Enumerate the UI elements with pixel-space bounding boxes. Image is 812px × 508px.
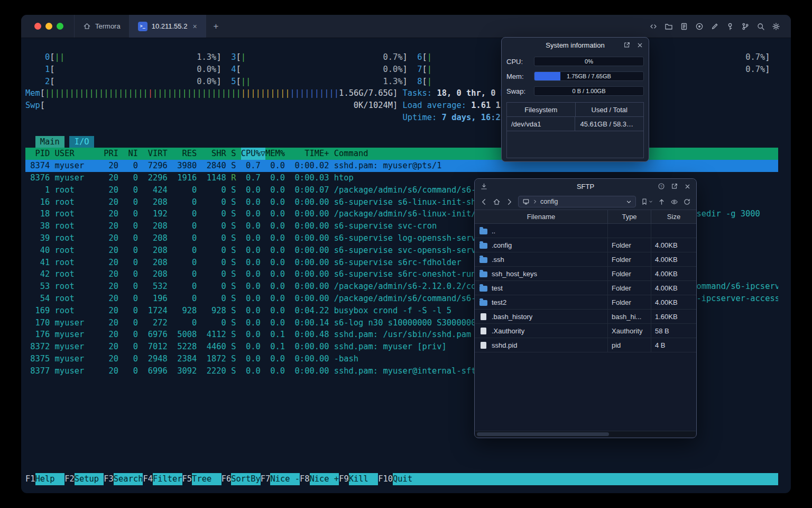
- bookmark-icon: [641, 198, 648, 205]
- close-icon[interactable]: [684, 183, 691, 190]
- column-size: Size: [651, 210, 696, 223]
- function-key-button[interactable]: F2Setup: [64, 473, 104, 485]
- horizontal-scrollbar[interactable]: [475, 431, 696, 437]
- file-row[interactable]: .config Folder 4.00KB: [475, 238, 696, 252]
- filesystem-name: /dev/vda1: [507, 117, 575, 131]
- open-in-new-window-icon[interactable]: [671, 183, 678, 190]
- cpu-meter-row: 0[||1.3%]3[|0.7%]6[|0.7%]: [25, 51, 778, 64]
- back-icon[interactable]: [480, 198, 488, 206]
- window-toolbar: [649, 15, 791, 38]
- download-icon[interactable]: [480, 183, 488, 190]
- key-icon[interactable]: [726, 22, 734, 31]
- bookmark-button[interactable]: [641, 198, 653, 205]
- function-key-button[interactable]: F5Tree: [182, 473, 222, 485]
- file-row[interactable]: .bash_history bash_hi... 1.60KB: [475, 310, 696, 324]
- panel-titlebar[interactable]: SFTP ?: [475, 179, 696, 194]
- file-table-header[interactable]: Filename Type Size: [475, 210, 696, 224]
- close-tab-icon[interactable]: ×: [192, 22, 197, 31]
- file-row[interactable]: sshd.pid pid 4 B: [475, 338, 696, 352]
- panel-titlebar[interactable]: System information: [502, 38, 649, 52]
- edit-icon[interactable]: [710, 22, 719, 31]
- htop-tab-main[interactable]: Main: [35, 136, 65, 148]
- help-icon[interactable]: ?: [658, 183, 665, 190]
- record-icon[interactable]: [695, 22, 704, 31]
- function-key-bar: F1HelpF2SetupF3SearchF4FilterF5TreeF6Sor…: [25, 473, 778, 485]
- file-row[interactable]: .Xauthority Xauthority 58 B: [475, 324, 696, 338]
- folder-icon[interactable]: [665, 22, 673, 31]
- cpu-label: CPU:: [506, 58, 534, 66]
- column-filename: Filename: [475, 210, 607, 223]
- panel-title: SFTP: [577, 183, 594, 190]
- function-key-button[interactable]: F7Nice -: [261, 473, 300, 485]
- swap-progress-value: 0 B / 1.00GB: [534, 87, 643, 95]
- open-in-new-window-icon[interactable]: [623, 41, 631, 49]
- home-icon[interactable]: [493, 198, 501, 206]
- function-key-button[interactable]: F6SortBy: [222, 473, 261, 485]
- zoom-window-button[interactable]: [57, 23, 63, 30]
- file-type-icon: [479, 229, 487, 234]
- cpu-meter-row: 2[0.0%]5[||1.3%]8[|: [25, 76, 778, 88]
- htop-view-tabs: Main I/O: [25, 136, 778, 148]
- file-type: [607, 224, 651, 238]
- settings-gear-icon[interactable]: [772, 22, 780, 31]
- scrollbar-thumb[interactable]: [477, 432, 609, 436]
- column-virt: VIRT: [143, 148, 167, 160]
- column-cpu-sorted: CPU%▽: [241, 148, 265, 160]
- function-key-button[interactable]: F9Kill: [339, 473, 378, 485]
- terminal-icon: >_: [138, 22, 147, 31]
- file-name: test: [492, 284, 503, 292]
- new-tab-button[interactable]: +: [206, 15, 226, 38]
- file-row[interactable]: ssh_host_keys Folder 4.00KB: [475, 267, 696, 281]
- search-icon[interactable]: [756, 22, 765, 31]
- mem-progress-bar: 1.75GB / 7.65GB: [534, 71, 644, 81]
- file-type-icon: [479, 300, 487, 306]
- forward-icon[interactable]: [505, 198, 513, 206]
- htop-tab-io[interactable]: I/O: [69, 136, 94, 148]
- file-size: 4.00KB: [651, 267, 696, 280]
- close-icon[interactable]: [636, 42, 643, 49]
- script-icon[interactable]: [680, 22, 688, 31]
- chevron-right-icon: [532, 199, 538, 204]
- column-type: Type: [607, 210, 651, 223]
- minimize-window-button[interactable]: [45, 23, 52, 30]
- chevron-down-icon[interactable]: [626, 199, 632, 205]
- file-type: Folder: [607, 295, 651, 309]
- code-icon[interactable]: [649, 22, 658, 31]
- file-type-icon: [481, 342, 486, 349]
- upload-icon[interactable]: [658, 198, 666, 206]
- load-average-label: Load average:: [403, 99, 466, 112]
- file-type-icon: [479, 286, 487, 292]
- filesystem-row[interactable]: /dev/vda1 45.61GB / 58.3…: [507, 117, 643, 131]
- function-key-button[interactable]: F4Filter: [143, 473, 182, 485]
- process-table-header[interactable]: PID USER PRI NI VIRT RES SHR S CPU%▽ MEM…: [25, 148, 778, 160]
- function-key-button[interactable]: F10Quit: [378, 473, 422, 485]
- close-window-button[interactable]: [34, 23, 41, 30]
- process-row[interactable]: 8374 myuser 20 0 7296 3980 2840 S 0.7 0.…: [25, 160, 778, 172]
- function-key-button[interactable]: F8Nice +: [300, 473, 339, 485]
- branch-icon[interactable]: [741, 22, 750, 31]
- function-key-button[interactable]: F1Help: [25, 473, 64, 485]
- filesystem-table-header: Filesystem Used / Total: [507, 103, 643, 117]
- file-size: 1.60KB: [651, 310, 696, 323]
- show-hidden-eye-icon[interactable]: [670, 198, 678, 206]
- file-row[interactable]: .ssh Folder 4.00KB: [475, 252, 696, 267]
- tab-termora-home[interactable]: Termora: [74, 15, 129, 38]
- tab-ssh-session[interactable]: >_ 10.211.55.2 ×: [129, 15, 206, 38]
- function-key-button[interactable]: F3Search: [104, 473, 143, 485]
- file-type: Xauthority: [607, 324, 651, 338]
- column-filesystem: Filesystem: [507, 103, 575, 116]
- file-name: ..: [492, 227, 495, 235]
- path-breadcrumb[interactable]: config: [518, 196, 636, 207]
- file-type-icon: [481, 328, 486, 334]
- refresh-icon[interactable]: [683, 198, 691, 206]
- file-size: 4.00KB: [651, 252, 696, 266]
- file-name: test2: [492, 298, 506, 306]
- file-row[interactable]: test Folder 4.00KB: [475, 281, 696, 295]
- file-type-icon: [479, 271, 487, 277]
- file-row[interactable]: test2 Folder 4.00KB: [475, 295, 696, 310]
- file-name: .Xauthority: [492, 327, 524, 335]
- memory-meter-line: Mem[||||||||||||||||||||||||||||||||||||…: [25, 87, 778, 99]
- file-type: Folder: [607, 238, 651, 252]
- file-name: .ssh: [492, 256, 504, 264]
- file-row[interactable]: ..: [475, 224, 696, 238]
